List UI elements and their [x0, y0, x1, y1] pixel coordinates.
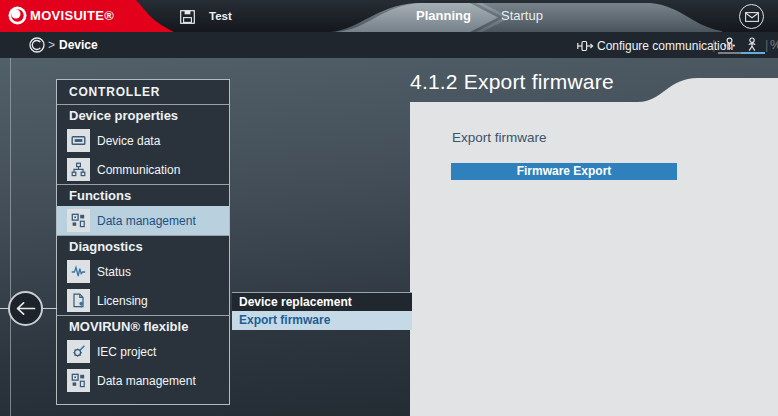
left-edge-line [10, 58, 11, 416]
sidebar-item-data-management[interactable]: Data management [57, 206, 229, 235]
movisuite-logo-icon [8, 6, 27, 25]
configure-communication-icon [577, 39, 594, 53]
waveform-icon [67, 260, 90, 283]
qr-grid-icon [67, 369, 90, 392]
breadcrumb-device[interactable]: Device [59, 38, 98, 52]
firmware-export-button[interactable]: Firmware Export [451, 163, 677, 180]
tab-startup[interactable]: Startup [501, 8, 543, 23]
section-diagnostics: Diagnostics [57, 236, 229, 257]
sidebar-item-data-management-2[interactable]: Data management [57, 366, 229, 395]
node-underline [718, 52, 742, 54]
breadcrumb-separator: > [48, 38, 55, 52]
person-icon[interactable] [744, 37, 760, 52]
sidebar-item-licensing[interactable]: Licensing [57, 286, 229, 315]
person-underline-active [741, 52, 765, 54]
arrow-left-icon [15, 301, 36, 316]
section-functions: Functions [57, 185, 229, 206]
gear-pen-icon [67, 340, 90, 363]
movisuite-window: MOVISUITE® Test Planning Startup [0, 0, 778, 416]
sidebar-item-device-data[interactable]: Device data [57, 126, 229, 155]
toolbar-separator-2: | [765, 37, 768, 52]
sidebar-item-label: Licensing [97, 294, 148, 308]
project-name[interactable]: Test [209, 10, 232, 22]
license-document-icon [67, 289, 90, 312]
sidebar-item-label: Data management [97, 214, 196, 228]
sidebar-item-status[interactable]: Status [57, 257, 229, 286]
mail-button[interactable] [739, 4, 764, 29]
sidebar-item-communication[interactable]: Communication [57, 155, 229, 184]
sidebar-title: CONTROLLER [57, 80, 229, 104]
qr-grid-icon [67, 209, 90, 232]
drive-node-icon[interactable] [721, 37, 738, 52]
section-device-properties: Device properties [57, 105, 229, 126]
tab-planning[interactable]: Planning [416, 8, 471, 23]
main-panel [410, 78, 778, 416]
toolbar-separator: | [712, 37, 715, 52]
brand-title: MOVISUITE® [30, 8, 114, 23]
controller-sidebar: CONTROLLER Device properties Device data [56, 79, 230, 405]
page-title: 4.1.2 Export firmware [410, 70, 614, 94]
sidebar-item-label: Communication [97, 163, 180, 177]
percent-icon-clipped[interactable]: % [770, 37, 778, 52]
sidebar-item-label: Status [97, 265, 131, 279]
sidebar-item-iec-project[interactable]: IEC project [57, 337, 229, 366]
sidebar-item-label: Data management [97, 374, 196, 388]
envelope-icon [745, 12, 759, 22]
network-icon [67, 158, 90, 181]
sidebar-item-label: IEC project [97, 345, 156, 359]
home-swirl-icon[interactable] [29, 37, 45, 53]
section-movirun-flexible: MOVIRUN® flexible [57, 316, 229, 337]
export-firmware-label: Export firmware [452, 130, 547, 145]
sidebar-item-label: Device data [97, 134, 160, 148]
submenu-item-export-firmware[interactable]: Export firmware [232, 311, 412, 330]
submenu-item-device-replacement[interactable]: Device replacement [232, 292, 412, 311]
device-panel-icon [67, 129, 90, 152]
save-icon[interactable] [180, 10, 195, 24]
back-button[interactable] [8, 291, 43, 326]
